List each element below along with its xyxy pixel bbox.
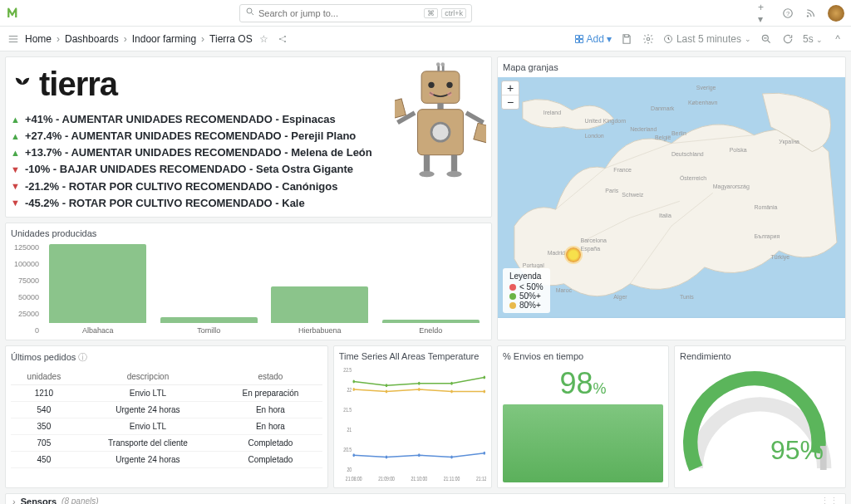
top-right-actions: + ▾ ? — [758, 5, 844, 22]
svg-text:20.5: 20.5 — [343, 446, 352, 453]
svg-text:Paris: Paris — [605, 188, 618, 193]
table-row[interactable]: 450Urgente 24 horasCompletado — [11, 451, 322, 467]
bar-yaxis: 1250001000007500050000250000 — [11, 243, 39, 335]
svg-text:?: ? — [786, 9, 790, 17]
map-marker[interactable] — [566, 247, 581, 262]
top-bar: ⌘ ctrl+k + ▾ ? — [0, 0, 851, 27]
bar-column[interactable]: Eneldo — [376, 320, 487, 335]
table-row[interactable]: 350Envio LTLEn hora — [11, 418, 322, 434]
svg-text:Barcelona: Barcelona — [581, 237, 607, 243]
refresh-interval[interactable]: 5s ⌄ — [803, 33, 823, 45]
svg-point-26 — [436, 62, 440, 66]
drag-handle-icon[interactable]: ⋮⋮ — [820, 496, 839, 504]
svg-point-5 — [284, 41, 286, 42]
svg-point-80 — [385, 455, 387, 458]
star-icon[interactable]: ☆ — [258, 32, 271, 46]
zoom-out-icon[interactable] — [760, 32, 773, 46]
map-viewport[interactable]: IrelandUnited Kingdom FranceEspaña Portu… — [498, 77, 845, 318]
kiosk-chevron-icon[interactable]: ^ — [831, 32, 844, 46]
table-row[interactable]: 1210Envio LTLEn preparación — [11, 384, 322, 401]
add-panel-button[interactable]: Add ▾ — [574, 33, 612, 45]
search-icon — [245, 7, 255, 19]
recommendation-text: -21.2% - ROTAR POR CULTIVO RECOMENDADO -… — [25, 179, 338, 195]
units-bar-chart[interactable]: 1250001000007500050000250000 AlbahacaTom… — [11, 243, 486, 335]
map-legend: Leyenda < 50%50%+80%+ — [503, 268, 550, 313]
kbd-hint: ⌘ — [424, 8, 438, 18]
kbd-hint-ctrlk: ctrl+k — [441, 8, 466, 18]
svg-rect-14 — [437, 103, 443, 109]
bar-label: Tomillo — [197, 326, 220, 335]
legend-item: 50%+ — [509, 291, 544, 301]
map-zoom-in[interactable]: + — [502, 81, 519, 95]
ship-title: % Envios en tiempo — [503, 351, 663, 361]
recommendation-item: ▼-10% - BAJAR UNIDADES RECOMENDADO - Set… — [11, 161, 372, 178]
row-sensors[interactable]: › Sensors (8 panels) ⋮⋮ — [5, 493, 846, 504]
table-header: descripcion — [77, 369, 219, 385]
svg-text:България: България — [754, 233, 780, 240]
bar-column[interactable]: Tomillo — [154, 317, 265, 334]
svg-rect-19 — [395, 99, 406, 119]
svg-point-24 — [446, 171, 461, 177]
plus-icon[interactable]: + ▾ — [758, 7, 771, 20]
menu-icon[interactable] — [7, 32, 20, 46]
table-cell: Urgente 24 horas — [77, 401, 219, 418]
arrow-down-icon: ▼ — [11, 179, 20, 193]
table-row[interactable]: 540Urgente 24 horasEn hora — [11, 401, 322, 418]
svg-point-3 — [279, 38, 281, 40]
table-row[interactable]: 705Transporte del clienteCompletado — [11, 434, 322, 451]
svg-rect-22 — [451, 155, 457, 172]
svg-rect-9 — [421, 71, 460, 103]
svg-point-13 — [447, 92, 452, 97]
svg-point-83 — [483, 452, 485, 455]
arrow-up-icon: ▲ — [11, 146, 20, 160]
legend-dot-icon — [509, 293, 516, 300]
info-icon[interactable]: ⓘ — [78, 352, 87, 362]
bc-dashboards[interactable]: Dashboards — [65, 33, 119, 45]
bar-column[interactable]: Albahaca — [42, 244, 154, 334]
recommendation-item: ▼-21.2% - ROTAR POR CULTIVO RECOMENDADO … — [11, 179, 372, 195]
map-zoom-out[interactable]: − — [502, 95, 519, 109]
bc-home[interactable]: Home — [25, 33, 52, 45]
share-icon[interactable] — [276, 32, 289, 46]
brand-name: tierra — [39, 66, 117, 103]
robot-mascot-image — [395, 62, 486, 187]
refresh-icon[interactable] — [781, 32, 794, 46]
table-cell: Completado — [219, 434, 322, 451]
svg-point-6 — [647, 37, 650, 41]
save-icon[interactable] — [620, 32, 633, 46]
search-input[interactable] — [258, 8, 421, 18]
arrow-up-icon: ▲ — [11, 113, 20, 127]
ts-chart[interactable]: 22.52221.52120.52021:08:0021:09:0021:10:… — [339, 366, 486, 482]
recommendation-item: ▲+27.4% - AUMENTAR UNIDADES RECOMENDADO … — [11, 128, 372, 144]
breadcrumb: Home› Dashboards› Indoor farming› Tierra… — [25, 32, 289, 46]
table-cell: Transporte del cliente — [77, 434, 219, 451]
grafana-logo-icon[interactable] — [7, 5, 23, 22]
recommendation-item: ▲+13.7% - AUMENTAR UNIDADES RECOMENDADO … — [11, 144, 372, 161]
table-cell: 450 — [11, 451, 77, 467]
recommendation-item: ▲+41% - AUMENTAR UNIDADES RECOMENDADO - … — [11, 111, 372, 128]
help-icon[interactable]: ? — [781, 7, 794, 20]
news-icon[interactable] — [804, 7, 818, 20]
orders-table: unidadesdescripcionestado 1210Envio LTLE… — [11, 369, 322, 468]
bar-column[interactable]: Hierbabuena — [264, 286, 376, 335]
svg-point-11 — [446, 82, 452, 88]
svg-point-28 — [440, 62, 445, 66]
bc-current[interactable]: Tierra OS — [209, 33, 253, 45]
svg-text:21.5: 21.5 — [343, 406, 352, 413]
svg-text:London: London — [584, 133, 603, 139]
svg-point-23 — [419, 171, 434, 177]
table-cell: 1210 — [11, 384, 77, 401]
table-cell: En hora — [219, 418, 322, 434]
bc-indoor[interactable]: Indoor farming — [132, 33, 196, 45]
svg-point-70 — [385, 384, 387, 387]
svg-text:Türkiye: Türkiye — [770, 254, 790, 261]
gear-icon[interactable] — [642, 32, 655, 46]
svg-point-82 — [450, 455, 453, 458]
recommendation-text: +27.4% - AUMENTAR UNIDADES RECOMENDADO -… — [25, 128, 356, 144]
legend-dot-icon — [509, 302, 516, 309]
brand: tierra — [11, 66, 372, 103]
user-avatar[interactable] — [828, 5, 844, 22]
global-search[interactable]: ⌘ ctrl+k — [239, 4, 472, 22]
svg-text:21:08:00: 21:08:00 — [346, 475, 362, 482]
time-range-picker[interactable]: Last 5 minutes ⌄ — [663, 33, 751, 45]
